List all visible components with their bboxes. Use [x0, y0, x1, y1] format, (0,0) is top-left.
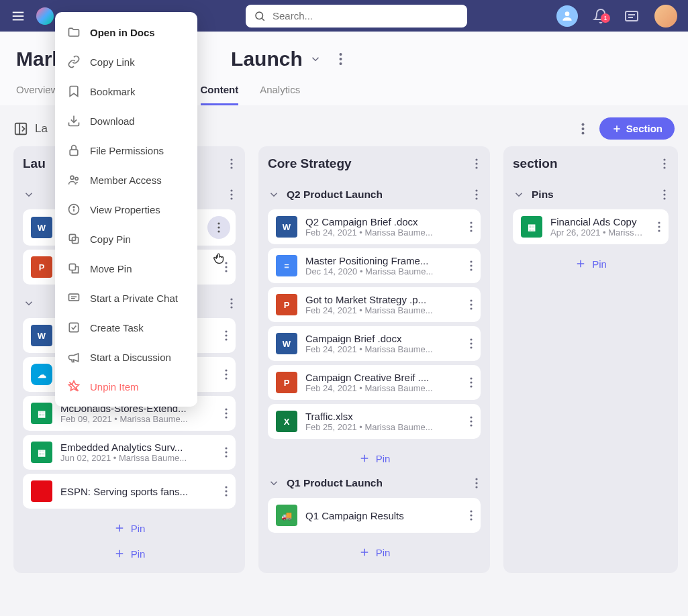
- group-header[interactable]: Q2 Product Launch: [268, 180, 481, 209]
- item-more-button[interactable]: [660, 187, 669, 203]
- ctx-link[interactable]: Copy Link: [55, 47, 197, 76]
- svg-point-76: [470, 424, 472, 426]
- item-more-button[interactable]: [467, 507, 475, 523]
- item-more-button[interactable]: [228, 295, 236, 311]
- tab-content[interactable]: Content: [201, 84, 239, 105]
- add-section-button[interactable]: Section: [599, 117, 675, 140]
- item-more-button[interactable]: [222, 327, 230, 344]
- item-more-button[interactable]: [467, 258, 475, 274]
- ctx-folder[interactable]: Open in Docs: [55, 17, 197, 47]
- ctx-lock[interactable]: File Permissions: [55, 136, 197, 165]
- chevron-down-icon[interactable]: [268, 477, 280, 489]
- tab-overview[interactable]: Overview: [16, 84, 58, 105]
- svg-point-5: [565, 11, 570, 16]
- add-pin-button[interactable]: Pin: [23, 513, 236, 538]
- add-pin-button[interactable]: Pin: [268, 443, 481, 468]
- file-card[interactable]: ≡ Master Positioning Frame... Dec 14, 20…: [268, 248, 481, 283]
- ctx-bookmark[interactable]: Bookmark: [55, 76, 197, 106]
- chevron-down-icon[interactable]: [513, 189, 525, 201]
- item-more-button-active[interactable]: [207, 216, 230, 239]
- ctx-item-label: Download: [90, 115, 135, 127]
- plus-icon: [113, 522, 126, 534]
- chevron-down-icon[interactable]: [23, 189, 35, 201]
- svg-point-3: [256, 12, 263, 19]
- item-more-button[interactable]: [222, 366, 230, 382]
- ctx-task[interactable]: Create Task: [55, 313, 197, 342]
- item-more-button[interactable]: [473, 187, 481, 203]
- file-card[interactable]: W Q2 Campaign Brief .docx Feb 24, 2021 •…: [268, 209, 481, 244]
- file-card[interactable]: P Campaign Creative Breif .... Feb 24, 2…: [268, 365, 481, 400]
- file-card[interactable]: P Got to Market Strategy .p... Feb 24, 2…: [268, 287, 481, 322]
- group-header[interactable]: Q1 Product Launch: [268, 468, 481, 498]
- messages-icon[interactable]: [624, 8, 640, 24]
- add-pin-button[interactable]: Pin: [513, 248, 669, 274]
- file-icon-truck: 🚚: [276, 505, 297, 526]
- layout-toggle[interactable]: La: [13, 121, 48, 136]
- notifications-button[interactable]: 1: [593, 8, 609, 24]
- add-pin-button[interactable]: Pin: [23, 538, 236, 564]
- card-title: Campaign Brief .docx: [305, 333, 459, 344]
- ctx-item-label: File Permissions: [90, 145, 164, 156]
- item-more-button[interactable]: [467, 297, 475, 313]
- ctx-move[interactable]: Move Pin: [55, 254, 197, 283]
- item-more-button[interactable]: [660, 156, 669, 172]
- svg-point-89: [663, 166, 665, 168]
- item-more-button[interactable]: [222, 405, 230, 421]
- ctx-download[interactable]: Download: [55, 106, 197, 136]
- item-more-button[interactable]: [222, 483, 230, 499]
- svg-point-15: [581, 127, 584, 130]
- tab-analytics[interactable]: Analytics: [260, 84, 300, 105]
- item-more-button[interactable]: [467, 336, 475, 352]
- item-more-button[interactable]: [467, 374, 475, 391]
- toolbar-more-button[interactable]: [579, 120, 587, 138]
- card-title: Traffic.xlsx: [305, 411, 459, 422]
- chevron-down-icon[interactable]: [23, 297, 35, 309]
- ctx-item-label: Copy Pin: [90, 234, 131, 245]
- item-more-button[interactable]: [228, 187, 236, 203]
- file-card[interactable]: X Traffic.xlsx Feb 25, 2021 • Marissa Ba…: [268, 404, 481, 439]
- file-icon-word: W: [31, 217, 52, 238]
- chevron-down-icon[interactable]: [268, 189, 280, 201]
- item-more-button[interactable]: [467, 413, 475, 429]
- ctx-megaphone[interactable]: Start a Discussion: [55, 342, 197, 372]
- svg-point-68: [470, 338, 472, 340]
- svg-point-42: [225, 416, 227, 418]
- chevron-down-icon[interactable]: [309, 53, 322, 65]
- ctx-chat[interactable]: Start a Private Chat: [55, 283, 197, 313]
- svg-point-37: [225, 369, 227, 371]
- plus-icon: [113, 548, 126, 560]
- ctx-item-label: View Properties: [90, 204, 160, 215]
- card-meta: Feb 09, 2021 • Marissa Baume...: [60, 414, 214, 424]
- download-icon: [67, 114, 81, 127]
- hamburger-menu-icon[interactable]: [11, 9, 26, 23]
- item-more-button[interactable]: [473, 475, 481, 491]
- item-more-button[interactable]: [473, 156, 481, 172]
- item-more-button[interactable]: [655, 219, 663, 235]
- item-more-button[interactable]: [222, 444, 230, 460]
- item-more-button[interactable]: [228, 156, 236, 172]
- user-avatar[interactable]: [654, 5, 677, 28]
- ctx-copy[interactable]: Copy Pin: [55, 224, 197, 254]
- app-logo[interactable]: [36, 7, 54, 25]
- assistant-avatar[interactable]: [556, 5, 578, 27]
- svg-point-55: [475, 166, 477, 168]
- group-header[interactable]: Pins: [513, 180, 669, 209]
- file-card[interactable]: W Campaign Brief .docx Feb 24, 2021 • Ma…: [268, 326, 481, 361]
- file-card[interactable]: 🚚 Q1 Campaign Results: [268, 498, 481, 533]
- file-card[interactable]: ESPN: Serving sports fans...: [23, 474, 236, 509]
- page-more-button[interactable]: [335, 48, 346, 70]
- ctx-people[interactable]: Member Access: [55, 165, 197, 195]
- svg-point-72: [470, 381, 472, 383]
- ctx-info[interactable]: View Properties: [55, 195, 197, 224]
- add-pin-button[interactable]: Pin: [268, 537, 481, 562]
- ctx-item-label: Start a Discussion: [90, 352, 171, 363]
- item-more-button[interactable]: [467, 219, 475, 235]
- file-icon-sfdc: ☁: [31, 364, 52, 385]
- file-card[interactable]: ▦ Embedded Analytics Surv... Jun 02, 202…: [23, 435, 236, 470]
- file-card[interactable]: ▦ Financial Ads Copy Apr 26, 2021 • Mari…: [513, 209, 669, 244]
- ctx-unpin[interactable]: Unpin Item: [55, 372, 197, 401]
- search-input[interactable]: [273, 10, 459, 21]
- svg-point-47: [225, 490, 227, 492]
- search-box[interactable]: [246, 5, 467, 28]
- svg-point-82: [470, 510, 472, 512]
